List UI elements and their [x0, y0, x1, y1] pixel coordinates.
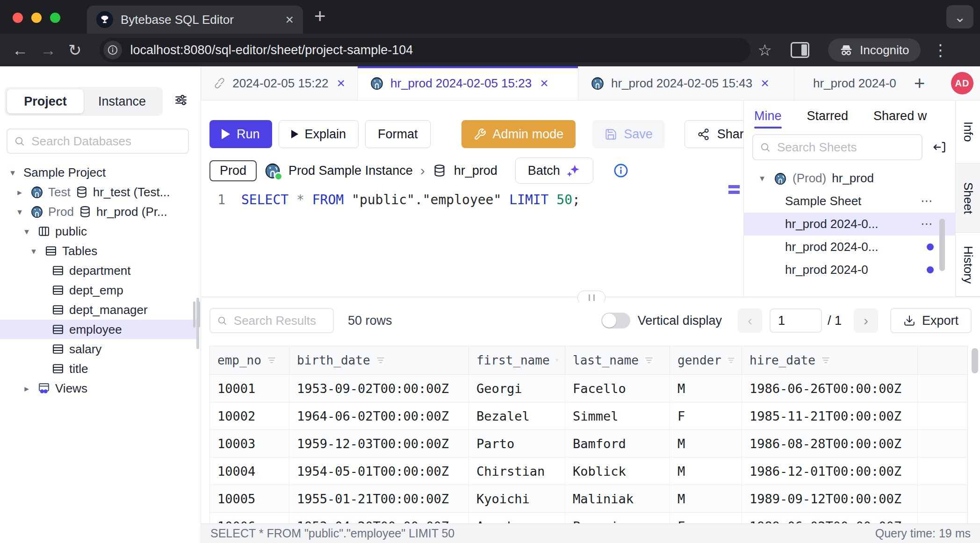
tab-shared[interactable]: Shared w: [873, 100, 927, 131]
cell[interactable]: 1985-11-21T00:00:00Z: [742, 402, 918, 429]
tab-starred[interactable]: Starred: [807, 100, 849, 131]
reload-icon[interactable]: ↻: [68, 41, 82, 59]
cell[interactable]: F: [670, 402, 742, 429]
close-sheet-icon[interactable]: ×: [337, 75, 345, 91]
cell[interactable]: M: [670, 430, 742, 457]
close-sheet-icon[interactable]: ×: [540, 75, 548, 91]
next-page-button[interactable]: ›: [854, 308, 878, 333]
sql-code[interactable]: SELECT * FROM "public"."employee" LIMIT …: [241, 192, 580, 207]
cell[interactable]: Koblick: [565, 457, 670, 485]
cell[interactable]: 1954-05-01T00:00:00Z: [289, 457, 469, 485]
table-row[interactable]: 100061953-04-20T00:00:00ZAnnekePreusigF1…: [210, 513, 967, 523]
sidebar-resize-handle[interactable]: [193, 301, 200, 328]
column-header-gender[interactable]: gender: [670, 346, 742, 374]
cell[interactable]: 10004: [210, 457, 289, 485]
cell[interactable]: M: [670, 457, 742, 485]
vertical-tab-sheet[interactable]: Sheet: [956, 164, 980, 233]
kebab-menu-icon[interactable]: ⋯: [921, 217, 934, 231]
column-header-last_name[interactable]: last_name: [565, 346, 670, 374]
caret-down-icon[interactable]: ▾: [7, 167, 19, 178]
site-info-icon[interactable]: [103, 41, 122, 59]
cell[interactable]: 1964-06-02T00:00:00Z: [289, 402, 469, 429]
cell[interactable]: 10006: [210, 513, 289, 523]
save-button[interactable]: Save: [592, 120, 665, 148]
tree-item-public[interactable]: ▾public: [0, 221, 198, 241]
column-header-first_name[interactable]: first_name: [469, 346, 565, 374]
cell[interactable]: Simmel: [565, 402, 670, 429]
results-search-input[interactable]: [233, 313, 326, 329]
cell[interactable]: Anneke: [469, 513, 565, 523]
results-search[interactable]: [209, 308, 334, 333]
caret-down-icon[interactable]: ▾: [14, 207, 26, 217]
tree-item-prod[interactable]: ▾Prodhr_prod (Pr...: [0, 202, 198, 221]
page-number-input[interactable]: [770, 308, 822, 333]
cell[interactable]: M: [670, 485, 742, 512]
tab-project[interactable]: Project: [7, 89, 84, 114]
table-row[interactable]: 100051955-01-21T00:00:00ZKyoichiMaliniak…: [210, 485, 967, 513]
cell[interactable]: 10005: [210, 485, 289, 512]
tab-mine[interactable]: Mine: [754, 100, 782, 131]
sheets-search[interactable]: [752, 134, 922, 160]
close-sheet-icon[interactable]: ×: [761, 75, 769, 91]
cell[interactable]: Chirstian: [469, 457, 565, 485]
caret-right-icon[interactable]: ▸: [14, 187, 26, 198]
cell[interactable]: 1955-01-21T00:00:00Z: [289, 485, 469, 512]
collapse-panel-icon[interactable]: [932, 140, 947, 155]
caret-down-icon[interactable]: ▾: [756, 173, 768, 184]
admin-mode-button[interactable]: Admin mode: [461, 120, 576, 148]
explain-button[interactable]: Explain: [279, 120, 359, 148]
tree-item-salary[interactable]: salary: [0, 339, 198, 359]
close-tab-icon[interactable]: ×: [285, 12, 294, 28]
filter-sliders-icon[interactable]: [173, 93, 188, 109]
bookmark-star-icon[interactable]: ☆: [758, 41, 772, 59]
side-panel-icon[interactable]: [791, 42, 809, 58]
avatar[interactable]: AD: [951, 72, 973, 94]
tree-item-dept-manager[interactable]: dept_manager: [0, 300, 198, 320]
address-bar[interactable]: localhost:8080/sql-editor/sheet/project-…: [100, 38, 750, 62]
sheet-list-item-hr-prod-2024-0[interactable]: hr_prod 2024-0: [744, 258, 955, 281]
format-button[interactable]: Format: [365, 120, 431, 148]
browser-menu-icon[interactable]: ⋮: [933, 41, 949, 59]
table-row[interactable]: 100011953-09-02T00:00:00ZGeorgiFacelloM1…: [210, 375, 967, 402]
database-search[interactable]: [7, 129, 189, 154]
sheet-tab-hr-prod-2024-02-05-15-23[interactable]: hr_prod 2024-02-05 15:23×: [358, 66, 578, 100]
cell[interactable]: 10001: [210, 375, 289, 402]
connection-info-icon[interactable]: [613, 163, 629, 179]
tree-item-title[interactable]: title: [0, 359, 198, 379]
kebab-menu-icon[interactable]: ⋯: [921, 194, 934, 208]
instance-name[interactable]: Prod Sample Instance: [288, 164, 413, 178]
cell[interactable]: 1986-06-26T00:00:00Z: [742, 375, 918, 402]
vertical-tab-history[interactable]: History: [956, 233, 980, 297]
batch-button[interactable]: Batch: [515, 157, 593, 184]
sheets-search-input[interactable]: [776, 140, 915, 155]
cell[interactable]: Georgi: [469, 375, 565, 402]
close-window-button[interactable]: [13, 13, 23, 23]
cell[interactable]: 1986-08-28T00:00:00Z: [742, 430, 918, 457]
new-tab-button[interactable]: +: [314, 7, 326, 26]
sheet-list-group-hr-prod[interactable]: ▾(Prod)hr_prod: [744, 167, 955, 190]
cell[interactable]: 1989-09-12T00:00:00Z: [742, 485, 918, 512]
cell[interactable]: 1989-06-02T00:00:00Z: [742, 513, 918, 523]
tree-item-test[interactable]: ▸Testhr_test (Test...: [0, 182, 198, 202]
sheet-tab-hr-prod-2024-02-05-15-43[interactable]: hr_prod 2024-02-05 15:43×: [578, 66, 794, 100]
database-name[interactable]: hr_prod: [454, 164, 497, 178]
browser-tab[interactable]: Bytebase SQL Editor ×: [87, 6, 303, 34]
cell[interactable]: Parto: [469, 430, 565, 457]
forward-icon[interactable]: →: [40, 41, 56, 59]
tree-item-department[interactable]: department: [0, 261, 198, 280]
caret-right-icon[interactable]: ▸: [21, 383, 33, 394]
cell[interactable]: Preusig: [565, 513, 670, 523]
minimize-window-button[interactable]: [31, 13, 42, 23]
cell[interactable]: M: [670, 375, 742, 402]
cell[interactable]: F: [670, 513, 742, 523]
maximize-window-button[interactable]: [50, 13, 60, 23]
cell[interactable]: 10003: [210, 430, 289, 457]
run-button[interactable]: Run: [209, 120, 272, 148]
sheet-list-item-hr-prod-2024-0[interactable]: hr_prod 2024-0...⋯: [744, 213, 955, 236]
tree-item-employee[interactable]: employee: [0, 320, 198, 339]
back-icon[interactable]: ←: [12, 41, 28, 59]
cell[interactable]: Facello: [565, 375, 670, 402]
tree-item-tables[interactable]: ▾Tables: [0, 241, 198, 261]
tab-search-chevron-button[interactable]: ⌄: [946, 5, 973, 29]
results-scrollbar[interactable]: [972, 348, 978, 373]
